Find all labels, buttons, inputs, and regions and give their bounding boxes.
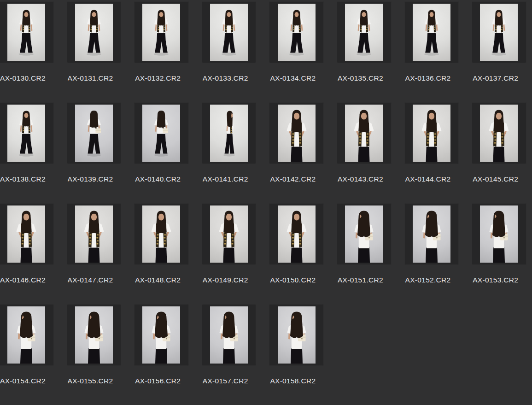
photo-cell[interactable]: AX-0131.CR2 [67,1,122,82]
photo-preview[interactable] [142,105,180,162]
photo-preview[interactable] [278,306,316,364]
photo-preview[interactable] [480,205,518,263]
filename-label[interactable]: AX-0130.CR2 [0,74,54,82]
photo-preview[interactable] [75,205,113,263]
photo-thumbnail-tile[interactable] [269,102,324,164]
filename-label[interactable]: AX-0143.CR2 [338,175,392,183]
photo-cell[interactable]: AX-0132.CR2 [134,1,189,82]
photo-preview[interactable] [75,4,113,61]
photo-thumbnail-tile[interactable] [134,203,189,265]
photo-thumbnail-tile[interactable] [202,304,257,366]
photo-thumbnail-tile[interactable] [472,1,526,63]
photo-thumbnail-tile[interactable] [404,102,459,164]
photo-thumbnail-tile[interactable] [0,304,54,366]
photo-thumbnail-tile[interactable] [269,203,324,265]
photo-cell[interactable]: AX-0135.CR2 [337,1,392,82]
filename-label[interactable]: AX-0136.CR2 [405,74,459,82]
photo-thumbnail-tile[interactable] [472,102,526,164]
filename-label[interactable]: AX-0133.CR2 [203,74,257,82]
photo-cell[interactable]: AX-0156.CR2 [134,304,189,385]
photo-preview[interactable] [278,105,316,162]
filename-label[interactable]: AX-0156.CR2 [135,377,189,385]
photo-cell[interactable]: AX-0148.CR2 [134,203,189,284]
filename-label[interactable]: AX-0155.CR2 [68,377,122,385]
photo-preview[interactable] [210,105,248,162]
photo-cell[interactable]: AX-0136.CR2 [404,1,459,82]
photo-cell[interactable]: AX-0143.CR2 [337,102,392,183]
photo-cell[interactable]: AX-0154.CR2 [0,304,54,385]
photo-cell[interactable]: AX-0137.CR2 [472,1,526,82]
photo-thumbnail-tile[interactable] [0,203,54,265]
filename-label[interactable]: AX-0152.CR2 [405,276,459,284]
photo-preview[interactable] [210,4,248,61]
filename-label[interactable]: AX-0146.CR2 [0,276,54,284]
photo-thumbnail-tile[interactable] [404,1,459,63]
photo-cell[interactable]: AX-0155.CR2 [67,304,122,385]
photo-preview[interactable] [210,205,248,263]
filename-label[interactable]: AX-0151.CR2 [338,276,392,284]
photo-preview[interactable] [142,306,180,364]
photo-thumbnail-tile[interactable] [134,1,189,63]
photo-cell[interactable]: AX-0133.CR2 [202,1,257,82]
photo-preview[interactable] [142,4,180,61]
photo-cell[interactable]: AX-0152.CR2 [404,203,459,284]
photo-cell[interactable]: AX-0139.CR2 [67,102,122,183]
filename-label[interactable]: AX-0149.CR2 [203,276,257,284]
filename-label[interactable]: AX-0145.CR2 [473,175,526,183]
photo-thumbnail-tile[interactable] [269,304,324,366]
photo-cell[interactable]: AX-0158.CR2 [269,304,324,385]
photo-thumbnail-tile[interactable] [134,304,189,366]
photo-preview[interactable] [345,205,383,263]
filename-label[interactable]: AX-0158.CR2 [270,377,324,385]
filename-label[interactable]: AX-0141.CR2 [203,175,257,183]
photo-thumbnail-tile[interactable] [202,102,257,164]
filename-label[interactable]: AX-0142.CR2 [270,175,324,183]
photo-cell[interactable]: AX-0138.CR2 [0,102,54,183]
filename-label[interactable]: AX-0138.CR2 [0,175,54,183]
photo-cell[interactable]: AX-0147.CR2 [67,203,122,284]
filename-label[interactable]: AX-0140.CR2 [135,175,189,183]
filename-label[interactable]: AX-0139.CR2 [68,175,122,183]
filename-label[interactable]: AX-0154.CR2 [0,377,54,385]
filename-label[interactable]: AX-0134.CR2 [270,74,324,82]
photo-preview[interactable] [278,4,316,61]
photo-preview[interactable] [7,105,45,162]
photo-preview[interactable] [413,105,450,162]
photo-thumbnail-tile[interactable] [269,1,324,63]
filename-label[interactable]: AX-0150.CR2 [270,276,324,284]
photo-cell[interactable]: AX-0140.CR2 [134,102,189,183]
photo-preview[interactable] [345,105,383,162]
photo-thumbnail-tile[interactable] [202,203,257,265]
photo-cell[interactable]: AX-0145.CR2 [472,102,526,183]
photo-thumbnail-tile[interactable] [134,102,189,164]
photo-cell[interactable]: AX-0150.CR2 [269,203,324,284]
photo-preview[interactable] [210,306,248,364]
filename-label[interactable]: AX-0144.CR2 [405,175,459,183]
photo-cell[interactable]: AX-0151.CR2 [337,203,392,284]
photo-preview[interactable] [278,205,316,263]
filename-label[interactable]: AX-0132.CR2 [135,74,189,82]
filename-label[interactable]: AX-0135.CR2 [338,74,392,82]
photo-thumbnail-tile[interactable] [0,102,54,164]
filename-label[interactable]: AX-0147.CR2 [68,276,122,284]
photo-cell[interactable]: AX-0153.CR2 [472,203,526,284]
photo-preview[interactable] [75,306,113,364]
photo-cell[interactable]: AX-0146.CR2 [0,203,54,284]
photo-cell[interactable]: AX-0141.CR2 [202,102,257,183]
photo-thumbnail-tile[interactable] [67,1,122,63]
photo-thumbnail-tile[interactable] [337,102,392,164]
photo-thumbnail-tile[interactable] [0,1,54,63]
photo-cell[interactable]: AX-0149.CR2 [202,203,257,284]
photo-cell[interactable]: AX-0157.CR2 [202,304,257,385]
photo-thumbnail-tile[interactable] [67,203,122,265]
photo-preview[interactable] [480,105,518,162]
photo-thumbnail-tile[interactable] [67,102,122,164]
photo-preview[interactable] [480,4,518,61]
photo-cell[interactable]: AX-0130.CR2 [0,1,54,82]
photo-thumbnail-tile[interactable] [337,1,392,63]
photo-thumbnail-tile[interactable] [404,203,459,265]
photo-preview[interactable] [7,205,45,263]
photo-thumbnail-tile[interactable] [472,203,526,265]
photo-thumbnail-tile[interactable] [202,1,257,63]
photo-preview[interactable] [142,205,180,263]
